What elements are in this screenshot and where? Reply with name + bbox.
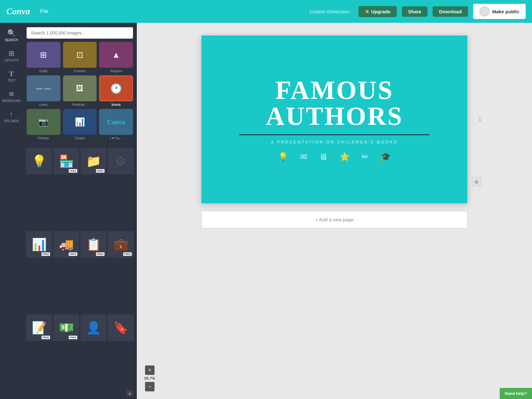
- free-badge: FREE: [123, 252, 132, 256]
- need-help-button[interactable]: Need help?: [500, 388, 532, 399]
- search-bar: [23, 23, 137, 42]
- slide-icon-pencil: ✏: [362, 152, 369, 162]
- slide-icon-monitor: 🖥: [319, 152, 327, 162]
- icon-briefcase[interactable]: 💼 FREE: [108, 231, 134, 258]
- free-badge: FREE: [41, 252, 50, 256]
- main-area: 🔍 SEARCH ⊞ LAYOUTS T TEXT ≋ BKGROUND ↑ U…: [0, 23, 532, 399]
- zoom-out-button[interactable]: −: [145, 382, 155, 391]
- search-input[interactable]: [27, 27, 133, 39]
- download-button[interactable]: Download: [433, 6, 468, 17]
- layouts-icon: ⊞: [9, 49, 14, 58]
- icons-grid: 💡 🏪 FREE 📁 FREE ⚙ 📊: [23, 145, 137, 399]
- canvas-area: FAMOUS AUTHORS A PRESENTATION ON CHILDRE…: [137, 23, 532, 399]
- charts-thumb: 📊: [63, 109, 97, 135]
- element-grid: ⊞ Grids ⊡ Frames ▲ Shapes — —: [23, 42, 137, 109]
- shapes-item[interactable]: ▲ Shapes: [99, 42, 133, 73]
- make-public-button[interactable]: Make public: [473, 4, 526, 19]
- icon-truck[interactable]: 🚚 FREE: [53, 231, 79, 258]
- icon-tag[interactable]: 🔖: [108, 314, 134, 341]
- slide-icons-row: 💡 ✉ 🖥 ⭐ ✏ 🎓: [278, 152, 391, 162]
- i-love-canva-thumb: Canva: [99, 109, 133, 135]
- illustrations-thumb: 🖼: [63, 75, 97, 101]
- slide-number: 1: [478, 117, 481, 122]
- free-badge: FREE: [69, 169, 77, 173]
- photos-item[interactable]: 📷 Photos: [27, 109, 60, 140]
- search-icon: 🔍: [7, 29, 16, 37]
- free-badge: FREE: [41, 336, 50, 339]
- frames-thumb: ⊡: [63, 42, 97, 68]
- copy-icon: ⧉: [475, 179, 478, 185]
- upload-icon: ↑: [10, 110, 13, 118]
- sidebar: 🔍 SEARCH ⊞ LAYOUTS T TEXT ≋ BKGROUND ↑ U…: [0, 23, 23, 399]
- free-badge: FREE: [96, 169, 104, 173]
- slide-icon-star: ⭐: [339, 152, 350, 162]
- icon-money[interactable]: 💵 FREE: [53, 314, 79, 341]
- slide-icon-mail: ✉: [300, 152, 307, 162]
- add-page-button[interactable]: + Add a new page: [201, 211, 467, 228]
- slide-title: FAMOUS AUTHORS: [266, 77, 403, 129]
- zoom-level: 66.7%: [144, 376, 155, 381]
- sidebar-item-background[interactable]: ≋ BKGROUND: [0, 87, 23, 106]
- sidebar-item-uploads[interactable]: ↑ UPLOADS: [0, 107, 23, 126]
- frames-item[interactable]: ⊡ Frames: [63, 42, 97, 73]
- icons-thumb: 🕐: [99, 75, 133, 101]
- icon-clipboard[interactable]: 📋 FREE: [80, 231, 106, 258]
- icon-notes[interactable]: 📝 FREE: [26, 314, 52, 341]
- icon-bulb[interactable]: 💡: [26, 148, 52, 174]
- grids-thumb: ⊞: [27, 42, 60, 68]
- free-badge: FREE: [96, 252, 104, 256]
- zoom-controls: + 66.7% −: [144, 365, 155, 391]
- sidebar-item-search[interactable]: 🔍 SEARCH: [0, 26, 23, 45]
- slide-icon-bulb: 💡: [278, 152, 288, 162]
- copy-slide-button[interactable]: ⧉: [472, 177, 481, 187]
- icon-store[interactable]: 🏪 FREE: [53, 148, 79, 174]
- shapes-thumb: ▲: [99, 42, 133, 68]
- custom-dimensions-label[interactable]: Custom Dimension...: [309, 9, 353, 14]
- slide[interactable]: FAMOUS AUTHORS A PRESENTATION ON CHILDRE…: [201, 35, 467, 203]
- star-icon: ★: [365, 9, 369, 15]
- lines-item[interactable]: — — Lines: [27, 75, 60, 106]
- free-badge: FREE: [69, 336, 77, 339]
- text-icon: T: [9, 70, 14, 78]
- icon-person[interactable]: 👤: [80, 314, 106, 341]
- icons-item[interactable]: 🕐 Icons: [99, 75, 133, 106]
- slide-divider: [239, 134, 429, 135]
- lines-thumb: — —: [27, 75, 60, 101]
- share-button[interactable]: Share: [402, 6, 428, 17]
- header: Canva File Custom Dimension... ★ Upgrade…: [0, 0, 532, 23]
- scroll-up-button[interactable]: ▲: [127, 390, 133, 396]
- avatar: [479, 6, 490, 16]
- background-icon: ≋: [9, 90, 14, 98]
- panel: ⊞ Grids ⊡ Frames ▲ Shapes — —: [23, 23, 137, 399]
- grids-item[interactable]: ⊞ Grids: [27, 42, 60, 73]
- slide-wrapper: FAMOUS AUTHORS A PRESENTATION ON CHILDRE…: [201, 35, 467, 203]
- charts-item[interactable]: 📊 Charts: [63, 109, 97, 140]
- upgrade-button[interactable]: ★ Upgrade: [358, 6, 397, 17]
- icon-gear[interactable]: ⚙: [108, 148, 134, 174]
- panel-divider: [27, 144, 133, 144]
- zoom-in-button[interactable]: +: [145, 365, 155, 375]
- icons-panel: 💡 🏪 FREE 📁 FREE ⚙ 📊: [23, 145, 137, 399]
- icon-chart[interactable]: 📊 FREE: [26, 231, 52, 258]
- photos-thumb: 📷: [27, 109, 60, 135]
- i-love-canva-item[interactable]: Canva I ♥ Ca...: [99, 109, 133, 140]
- icon-folder[interactable]: 📁 FREE: [80, 148, 106, 174]
- sidebar-item-text[interactable]: T TEXT: [0, 66, 23, 86]
- illustrations-item[interactable]: 🖼 Illustrati...: [63, 75, 97, 106]
- slide-subtitle: A PRESENTATION ON CHILDREN'S BOOKS: [271, 140, 398, 144]
- sidebar-item-layouts[interactable]: ⊞ LAYOUTS: [0, 46, 23, 65]
- free-badge: FREE: [69, 252, 77, 256]
- file-menu[interactable]: File: [40, 9, 48, 14]
- slide-icon-grad-cap: 🎓: [381, 152, 391, 162]
- canva-logo: Canva: [6, 6, 30, 16]
